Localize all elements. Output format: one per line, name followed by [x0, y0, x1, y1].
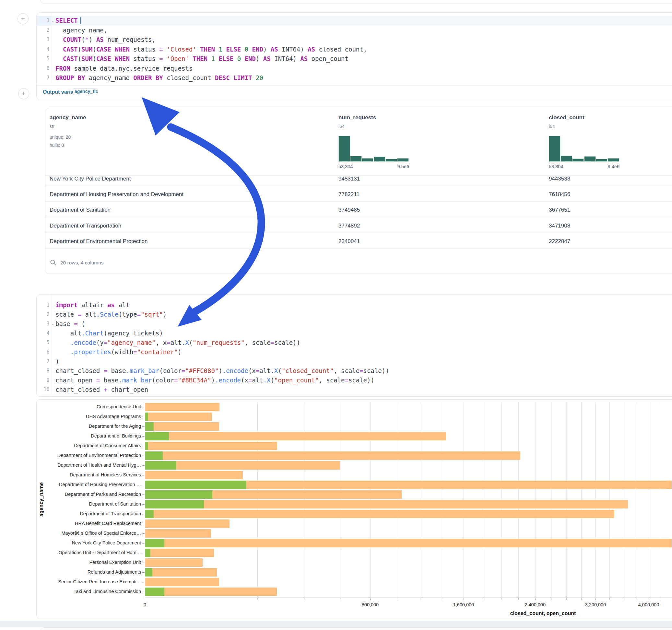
- x-axis-minor-tick: [483, 598, 483, 600]
- add-cell-button[interactable]: +: [18, 13, 28, 24]
- bar-open: [145, 413, 148, 421]
- code-token: AS: [96, 36, 104, 43]
- code-token: base: [55, 320, 74, 327]
- code-token: chart_open: [55, 377, 96, 384]
- y-axis-tick: [142, 485, 145, 485]
- column-histogram-bar: [607, 158, 619, 162]
- x-axis-minor-tick: [551, 598, 551, 600]
- y-axis-label: Department of Consumer Affairs: [46, 443, 141, 448]
- x-axis-title: closed_count, open_count: [494, 610, 592, 616]
- code-token: =: [159, 46, 163, 53]
- bar-closed: [145, 587, 277, 596]
- line-number: 6: [37, 349, 50, 355]
- x-axis-tick-label: 2,400,000: [525, 602, 546, 607]
- code-token: [55, 348, 70, 356]
- code-token: alt: [81, 311, 96, 318]
- fold-caret-icon[interactable]: ⌄: [51, 19, 54, 23]
- table-row: Department of Sanitation37494853677651: [45, 206, 672, 216]
- code-token: WHEN: [115, 46, 130, 53]
- x-axis-minor-tick: [501, 598, 502, 600]
- add-cell-button[interactable]: +: [18, 88, 29, 99]
- code-token: "#FFC080": [185, 367, 218, 374]
- row-separator: [45, 201, 672, 201]
- y-axis-label: Operations Unit - Department of Hom…: [46, 550, 141, 555]
- code-token: [230, 74, 233, 81]
- code-line: .properties(width="container"): [55, 348, 182, 356]
- code-token: (: [271, 377, 274, 384]
- code-token: AS: [308, 46, 315, 53]
- x-axis-tick-label: 4,000,000: [638, 602, 659, 607]
- code-token: =: [182, 367, 185, 374]
- code-token: scale)): [363, 367, 389, 374]
- code-token: [55, 339, 70, 346]
- cell-num-requests: 3774892: [338, 223, 360, 229]
- x-axis-major-tick: [596, 598, 596, 600]
- line-number: 8: [37, 367, 50, 374]
- sql-code-editor[interactable]: 1⌄SELECT2 agency_name,3 COUNT(*) AS num_…: [37, 13, 672, 85]
- y-axis-label: Department of Homeless Services: [46, 472, 141, 477]
- y-axis-label: HRA Benefit Card Replacement: [46, 521, 141, 526]
- bar-open: [145, 461, 176, 469]
- output-variable-row: Output variable: agency_tickets: [37, 86, 672, 100]
- column-histogram-bar: [560, 155, 572, 162]
- code-token: CAST: [63, 55, 78, 62]
- next-cell-edge: [41, 627, 672, 630]
- code-token: ): [178, 348, 182, 356]
- x-axis-minor-tick: [257, 598, 258, 600]
- code-token: THEN: [193, 55, 208, 62]
- y-axis-tick: [142, 504, 145, 505]
- bar-open: [145, 549, 150, 557]
- x-axis-minor-tick: [661, 598, 661, 600]
- x-axis-minor-tick: [397, 598, 397, 600]
- row-separator: [45, 186, 672, 186]
- cell-agency-name: Department of Transportation: [50, 223, 121, 229]
- python-code-editor[interactable]: 1import altair as alt2scale = alt.Scale(…: [37, 295, 672, 396]
- cell-num-requests: 7782211: [338, 191, 360, 198]
- column-type: i64: [549, 124, 555, 129]
- column-header: num_requests: [338, 114, 376, 121]
- code-token: , scale: [334, 367, 360, 374]
- bar-closed: [145, 578, 219, 586]
- code-token: ): [218, 367, 222, 374]
- code-token: "open_count": [274, 377, 319, 384]
- fold-caret-icon[interactable]: ⌄: [51, 322, 54, 326]
- x-axis-minor-tick: [566, 598, 567, 600]
- y-axis-label: Senior Citizen Rent Increase Exempti…: [46, 579, 141, 584]
- search-icon[interactable]: [50, 259, 56, 266]
- cell-closed-count: 9443533: [549, 176, 570, 182]
- column-stat: unique: 20: [50, 135, 71, 140]
- table-row: Department of Housing Preservation and D…: [45, 190, 672, 200]
- code-token: [233, 55, 237, 62]
- column-type: i64: [338, 124, 344, 129]
- y-axis-label: Department of Housing Preservation …: [46, 482, 141, 487]
- gridline: [649, 402, 649, 598]
- histogram-min-label: 53,304: [338, 164, 353, 169]
- code-token: , scale: [245, 339, 271, 346]
- line-number: 2: [37, 311, 50, 317]
- column-histogram-bar: [596, 159, 607, 162]
- code-line: chart_closed + chart_open: [55, 386, 148, 393]
- bar-closed: [145, 539, 672, 547]
- code-token: 'Open': [167, 55, 189, 62]
- y-axis-label: Department of Health and Mental Hyg…: [46, 463, 141, 468]
- code-token: AS: [271, 46, 278, 53]
- code-token: [196, 46, 200, 53]
- code-token: CAST: [63, 46, 78, 53]
- code-token: =: [256, 367, 259, 374]
- gutter-divider: [51, 13, 51, 83]
- code-token: =: [137, 311, 141, 318]
- code-token: INT64): [278, 46, 308, 53]
- code-token: alt: [115, 301, 130, 309]
- line-number: 5: [37, 339, 50, 345]
- x-axis-minor-tick: [518, 598, 519, 600]
- code-token: (x: [248, 367, 256, 374]
- gutter-divider: [51, 295, 51, 394]
- cell-agency-name: Department of Sanitation: [50, 207, 111, 213]
- x-axis-tick-label: 1,600,000: [453, 602, 474, 607]
- y-axis-label: Department of Environmental Protection: [46, 453, 141, 458]
- y-axis-tick: [142, 563, 145, 563]
- code-token: open_count: [308, 55, 349, 62]
- code-line: CAST(SUM(CASE WHEN status = 'Closed' THE…: [55, 46, 367, 53]
- bar-closed: [145, 510, 614, 518]
- code-token: (: [78, 320, 85, 327]
